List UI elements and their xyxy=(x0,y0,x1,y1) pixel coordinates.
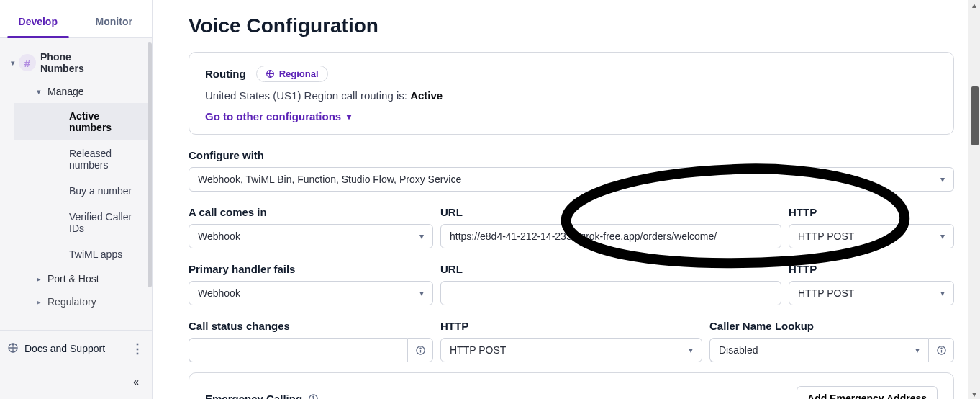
main-content: Voice Configuration Routing Regional Uni… xyxy=(153,0,980,399)
call-url-value: https://e8d4-41-212-14-235.ngrok-free.ap… xyxy=(450,230,717,242)
info-addon-button[interactable] xyxy=(407,338,433,362)
tab-monitor[interactable]: Monitor xyxy=(76,0,153,37)
scroll-down-icon[interactable]: ▼ xyxy=(970,389,979,399)
chevron-right-icon: ▸ xyxy=(33,274,45,284)
sidebar-footer: Docs and Support ⋮ xyxy=(0,330,152,367)
call-http-label: HTTP xyxy=(789,206,954,218)
nav-released-numbers[interactable]: Released numbers xyxy=(14,140,152,178)
primary-fail-url-label: URL xyxy=(440,263,781,275)
nav-port-host-label: Port & Host xyxy=(47,273,99,284)
nav-buy-number-label: Buy a number xyxy=(29,185,132,197)
scroll-up-icon[interactable]: ▲ xyxy=(970,0,979,10)
caller-lookup-label: Caller Name Lookup xyxy=(709,320,954,332)
tab-develop[interactable]: Develop xyxy=(0,0,76,37)
svg-point-10 xyxy=(313,396,314,397)
chevrons-left-icon: « xyxy=(133,376,139,387)
nav-released-numbers-label: Released numbers xyxy=(29,148,145,171)
chevron-down-icon: ▾ xyxy=(915,345,920,355)
chevron-down-icon: ▾ xyxy=(940,288,945,298)
chevron-down-icon: ▾ xyxy=(347,112,351,122)
call-status-url-input[interactable] xyxy=(189,338,407,362)
nav-verified-caller-ids[interactable]: Verified Caller IDs xyxy=(14,204,152,241)
nav-regulatory-label: Regulatory xyxy=(47,296,96,308)
info-icon xyxy=(308,393,319,400)
chevron-down-icon: ▾ xyxy=(419,231,424,241)
call-status-http-select[interactable]: HTTP POST ▾ xyxy=(440,338,702,362)
kebab-menu-icon[interactable]: ⋮ xyxy=(131,341,145,357)
primary-fail-http-value: HTTP POST xyxy=(798,287,854,299)
configure-with-label: Configure with xyxy=(189,149,954,161)
routing-card: Routing Regional United States (US1) Reg… xyxy=(189,52,954,135)
add-emergency-address-button[interactable]: Add Emergency Address xyxy=(797,386,938,399)
caller-lookup-info-button[interactable] xyxy=(928,338,954,362)
info-icon xyxy=(936,345,947,356)
nav-phone-numbers-label: Phone Numbers xyxy=(40,51,84,74)
nav-phone-numbers[interactable]: ▾ # Phone Numbers xyxy=(0,45,152,80)
primary-fail-select[interactable]: Webhook ▾ xyxy=(189,281,433,305)
routing-region-prefix: United States (US1) Region call routing … xyxy=(205,89,410,102)
nav-active-numbers[interactable]: Active numbers xyxy=(14,103,152,140)
chevron-down-icon: ▾ xyxy=(7,58,19,68)
sidebar-scrollbar-thumb[interactable] xyxy=(148,42,152,287)
primary-fail-url-input[interactable] xyxy=(440,281,781,305)
chevron-down-icon: ▾ xyxy=(689,345,693,355)
nav-verified-caller-ids-label: Verified Caller IDs xyxy=(29,211,145,234)
nav-regulatory[interactable]: ▸ Regulatory xyxy=(0,290,152,313)
call-status-label: Call status changes xyxy=(189,320,433,332)
routing-label: Routing xyxy=(205,68,246,80)
routing-regional-pill[interactable]: Regional xyxy=(256,66,328,82)
emergency-calling-label: Emergency Calling xyxy=(205,393,302,400)
chevron-down-icon: ▾ xyxy=(419,288,424,298)
page-scrollbar[interactable]: ▲ ▼ xyxy=(968,0,980,399)
nav-twiml-apps[interactable]: TwiML apps xyxy=(14,241,152,267)
call-comes-in-select[interactable]: Webhook ▾ xyxy=(189,224,433,248)
primary-fail-label: Primary handler fails xyxy=(189,263,433,275)
call-http-value: HTTP POST xyxy=(798,230,854,242)
scrollbar-thumb[interactable] xyxy=(971,86,979,145)
nav-manage-label: Manage xyxy=(47,86,84,97)
chevron-down-icon: ▾ xyxy=(940,174,945,184)
chevron-down-icon: ▾ xyxy=(940,231,945,241)
nav-active-numbers-label: Active numbers xyxy=(29,110,145,133)
primary-fail-http-select[interactable]: HTTP POST ▾ xyxy=(789,281,954,305)
chevron-right-icon: ▸ xyxy=(33,297,45,307)
configure-with-select[interactable]: Webhook, TwiML Bin, Function, Studio Flo… xyxy=(189,167,954,192)
chevron-down-icon: ▾ xyxy=(33,87,45,97)
nav-port-host[interactable]: ▸ Port & Host xyxy=(0,267,152,290)
routing-pill-label: Regional xyxy=(279,68,319,79)
call-comes-in-value: Webhook xyxy=(198,230,240,242)
sidebar: Develop Monitor ▾ # Phone Numbers ▾ Mana… xyxy=(0,0,153,399)
sidebar-collapse-button[interactable]: « xyxy=(0,367,152,399)
docs-support-label[interactable]: Docs and Support xyxy=(24,343,105,354)
primary-fail-value: Webhook xyxy=(198,287,240,299)
configure-with-value: Webhook, TwiML Bin, Function, Studio Flo… xyxy=(198,174,461,185)
sidebar-nav: ▾ # Phone Numbers ▾ Manage Active number… xyxy=(0,38,152,320)
sidebar-tabs: Develop Monitor xyxy=(0,0,152,38)
hash-icon: # xyxy=(19,54,36,71)
call-url-label: URL xyxy=(440,206,781,218)
call-http-select[interactable]: HTTP POST ▾ xyxy=(789,224,954,248)
routing-region-status: Active xyxy=(410,89,443,102)
info-icon xyxy=(415,345,426,356)
routing-region-text: United States (US1) Region call routing … xyxy=(205,89,938,102)
page-title: Voice Configuration xyxy=(189,14,954,37)
svg-point-7 xyxy=(940,348,941,349)
globe-icon xyxy=(7,342,19,356)
nav-twiml-apps-label: TwiML apps xyxy=(29,248,122,260)
call-comes-in-label: A call comes in xyxy=(189,206,433,218)
call-status-http-label: HTTP xyxy=(440,320,702,332)
nav-buy-number[interactable]: Buy a number xyxy=(14,178,152,204)
globe-icon xyxy=(266,69,275,79)
goto-other-config-link[interactable]: Go to other configurations ▾ xyxy=(205,110,351,122)
nav-manage[interactable]: ▾ Manage xyxy=(0,80,152,103)
caller-lookup-select[interactable]: Disabled ▾ xyxy=(709,338,928,362)
call-status-http-value: HTTP POST xyxy=(450,344,506,356)
emergency-calling-card: Emergency Calling Add Emergency Address xyxy=(189,372,954,399)
primary-fail-http-label: HTTP xyxy=(789,263,954,275)
goto-other-config-label: Go to other configurations xyxy=(205,110,341,122)
call-url-input[interactable]: https://e8d4-41-212-14-235.ngrok-free.ap… xyxy=(440,224,781,248)
caller-lookup-value: Disabled xyxy=(719,344,758,356)
svg-point-4 xyxy=(419,348,420,349)
